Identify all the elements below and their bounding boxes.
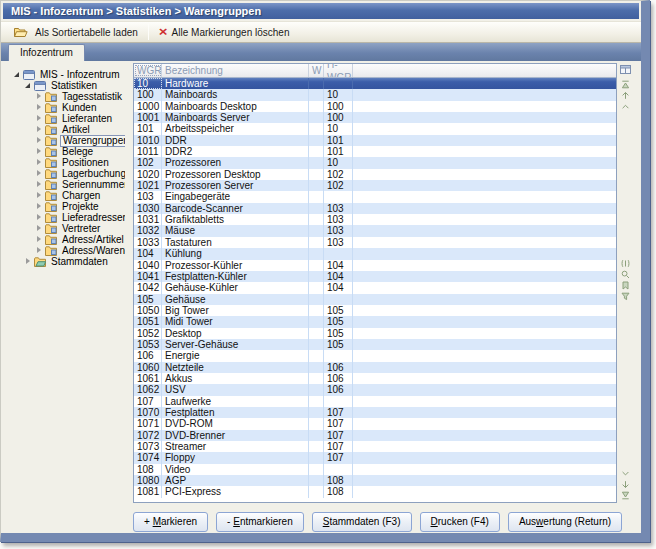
cell[interactable] [353,328,616,339]
record-navigator-icon[interactable] [619,258,631,269]
cell[interactable] [309,89,324,100]
cell[interactable]: 102 [324,180,353,191]
cell[interactable]: 10 [324,123,353,134]
cell[interactable] [309,464,324,475]
grid-row-104[interactable]: 104Kühlung [134,248,616,259]
cell[interactable]: Server-Gehäuse [162,339,309,350]
tree-item-stammdaten[interactable]: Stammdaten [11,256,125,267]
cell[interactable]: 102 [324,169,353,180]
expand-arrow-icon[interactable] [35,180,44,189]
cell[interactable]: 1032 [134,225,162,236]
grid-row-1031[interactable]: 1031Grafiktabletts103 [134,214,616,225]
cell[interactable] [324,396,353,407]
expand-arrow-icon[interactable] [35,191,44,200]
expand-arrow-icon[interactable] [35,235,44,244]
cell[interactable] [309,157,324,168]
tree-item-warengruppen[interactable]: Warengruppen [11,135,125,146]
cell[interactable]: 105 [324,339,353,350]
cell[interactable]: 1070 [134,407,162,418]
cell[interactable]: Prozessoren [162,157,309,168]
scroll-bottom-icon[interactable] [619,490,631,501]
cell[interactable]: DDR2 [162,146,309,157]
grid-row-1011[interactable]: 1011DDR2101 [134,146,616,157]
cell[interactable]: 106 [324,362,353,373]
footer-button-markieren[interactable]: + Markieren [133,512,208,532]
cell[interactable] [353,339,616,350]
tab-infozentrum[interactable]: Infozentrum [8,44,85,61]
scroll-up-icon[interactable] [619,90,631,101]
cell[interactable]: 105 [324,316,353,327]
search-icon[interactable] [619,269,631,280]
column-chooser-icon[interactable] [619,64,631,75]
cell[interactable] [353,180,616,191]
cell[interactable] [309,248,324,259]
grid-row-102[interactable]: 102Prozessoren10 [134,157,616,168]
grid-row-1010[interactable]: 1010DDR101 [134,135,616,146]
cell[interactable] [324,248,353,259]
grid-row-1030[interactable]: 1030Barcode-Scanner103 [134,203,616,214]
cell[interactable]: 104 [134,248,162,259]
cell[interactable]: 104 [324,271,353,282]
cell[interactable] [309,316,324,327]
grid-row-1073[interactable]: 1073Streamer107 [134,441,616,452]
cell[interactable]: Grafiktabletts [162,214,309,225]
cell[interactable] [324,464,353,475]
expand-arrow-icon[interactable] [35,92,44,101]
cell[interactable] [309,430,324,441]
cell[interactable]: 107 [324,452,353,463]
cell[interactable]: 106 [324,384,353,395]
cell[interactable]: 103 [324,203,353,214]
column-header-h-wgr[interactable]: H-WGR [324,64,353,77]
cell[interactable] [353,396,616,407]
grid-row-1001[interactable]: 1001Mainboards Server100 [134,112,616,123]
expand-arrow-icon[interactable] [35,158,44,167]
footer-button-drucken-f4[interactable]: Drucken (F4) [420,512,500,532]
grid-row-1074[interactable]: 1074Floppy107 [134,452,616,463]
scroll-pageup-icon[interactable] [619,101,631,112]
cell[interactable]: 1001 [134,112,162,123]
grid-row-1051[interactable]: 1051Midi Tower105 [134,316,616,327]
cell[interactable]: 101 [324,135,353,146]
cell[interactable]: 1061 [134,373,162,384]
cell[interactable] [353,384,616,395]
bookmark-icon[interactable] [619,280,631,291]
grid-row-106[interactable]: 106Energie [134,350,616,361]
grid-row-1033[interactable]: 1033Tastaturen103 [134,237,616,248]
cell[interactable]: 107 [324,418,353,429]
column-header-w[interactable]: W [309,64,324,77]
cell[interactable]: 100 [324,112,353,123]
cell[interactable] [309,135,324,146]
filter-icon[interactable] [619,291,631,302]
tree-item-mis-infozentrum[interactable]: MIS - Infozentrum [11,69,125,80]
grid-row-1040[interactable]: 1040Prozessor-Kühler104 [134,260,616,271]
cell[interactable]: 107 [324,407,353,418]
cell[interactable] [309,294,324,305]
column-header-wgr[interactable]: WGR▼ [134,64,162,77]
cell[interactable]: Barcode-Scanner [162,203,309,214]
expand-arrow-icon[interactable] [35,169,44,178]
column-header-filler[interactable] [353,64,616,77]
cell[interactable]: 1071 [134,418,162,429]
cell[interactable] [353,260,616,271]
cell[interactable]: 1050 [134,305,162,316]
cell[interactable] [309,339,324,350]
cell[interactable]: 1030 [134,203,162,214]
cell[interactable] [309,101,324,112]
cell[interactable]: 1040 [134,260,162,271]
footer-button-auswertung-return[interactable]: Auswertung (Return) [508,512,622,532]
cell[interactable] [309,452,324,463]
tree-item-kunden[interactable]: Kunden [11,102,125,113]
cell[interactable] [353,294,616,305]
cell[interactable] [353,373,616,384]
cell[interactable] [309,180,324,191]
cell[interactable]: 1033 [134,237,162,248]
footer-button-entmarkieren[interactable]: - Entmarkieren [216,512,304,532]
grid-row-1021[interactable]: 1021Prozessoren Server102 [134,180,616,191]
cell[interactable] [309,486,324,497]
cell[interactable]: 107 [134,396,162,407]
cell[interactable]: 100 [324,101,353,112]
cell[interactable]: 104 [324,282,353,293]
grid-row-1042[interactable]: 1042Gehäuse-Kühler104 [134,282,616,293]
cell[interactable] [353,203,616,214]
expand-arrow-icon[interactable] [35,202,44,211]
